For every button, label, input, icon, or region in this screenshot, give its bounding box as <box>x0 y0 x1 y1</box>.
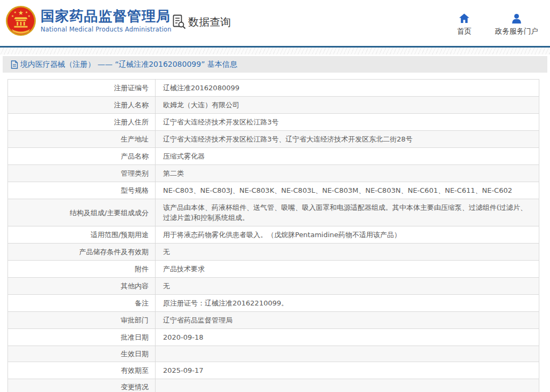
nav-portal[interactable]: 政务服务门户 <box>495 13 538 36</box>
table-row: 附件产品技术要求 <box>8 261 539 278</box>
row-label: 注册证编号 <box>8 80 156 97</box>
table-row: 管理类别第二类 <box>8 165 539 182</box>
table-row: 产品名称压缩式雾化器 <box>8 148 539 165</box>
site-title: 国家药品监督管理局 <box>41 9 172 25</box>
table-row: 审批部门辽宁省药品监督管理局 <box>8 312 539 329</box>
row-label: 审批部门 <box>8 312 156 329</box>
row-value: 无 <box>156 244 539 261</box>
data-query-icon <box>172 14 186 29</box>
row-value: 用于将液态药物雾化供患者吸入。（戊烷脒Pentamidine药物不适用该产品） <box>156 226 539 244</box>
row-label: 备注 <box>8 295 156 312</box>
row-value: 辽宁省药品监督管理局 <box>156 312 539 329</box>
row-value: 原注册证号：辽械注准20162210099。 <box>156 295 539 312</box>
user-icon <box>511 13 522 24</box>
national-emblem-logo: ★ ★ ★ ★ ★ <box>5 5 36 36</box>
row-value: 辽械注准20162080099 <box>156 80 539 97</box>
svg-text:★: ★ <box>18 9 24 17</box>
row-value: 无 <box>156 278 539 295</box>
row-value: 2025-09-17 <box>156 362 539 379</box>
site-header: ★ ★ ★ ★ ★ 国家药品监督管理局 National Medical Pro… <box>0 0 550 46</box>
table-row: 型号规格NE-C803、NE-C803J、NE-C803K、NE-C803L、N… <box>8 182 539 199</box>
nav-portal-label: 政务服务门户 <box>495 27 538 36</box>
site-subtitle: National Medical Products Administration <box>41 26 172 33</box>
table-row: 生产地址辽宁省大连经济技术开发区松江路3号、辽宁省大连经济技术开发区东北二街28… <box>8 131 539 148</box>
row-value: 欧姆龙（大连）有限公司 <box>156 97 539 114</box>
logo-block: ★ ★ ★ ★ ★ 国家药品监督管理局 National Medical Pro… <box>5 5 172 36</box>
stripe-band <box>0 48 550 54</box>
table-row: 注册人住所辽宁省大连经济技术开发区松江路3号 <box>8 114 539 131</box>
row-label: 型号规格 <box>8 182 156 199</box>
row-label: 生产地址 <box>8 131 156 148</box>
table-row: 有效期至2025-09-17 <box>8 362 539 379</box>
home-icon <box>459 13 470 24</box>
document-icon <box>11 60 18 69</box>
row-value <box>156 346 539 362</box>
table-row: 批准日期2020-09-18 <box>8 329 539 346</box>
table-row: 生效日期 <box>8 346 539 362</box>
row-label: 变更情况 <box>8 379 156 392</box>
svg-text:★: ★ <box>28 14 30 18</box>
row-value: 辽宁省大连经济技术开发区松江路3号、辽宁省大连经济技术开发区东北二街28号 <box>156 131 539 148</box>
row-label: 适用范围/预期用途 <box>8 226 156 244</box>
row-value: 第二类 <box>156 165 539 182</box>
breadcrumb: 境内医疗器械（注册） —— “辽械注准20162080099” 基本信息 <box>3 56 547 73</box>
row-label: 管理类别 <box>8 165 156 182</box>
row-label: 其他内容 <box>8 278 156 295</box>
row-value: NE-C803、NE-C803J、NE-C803K、NE-C803L、NE-C8… <box>156 182 539 199</box>
row-value: 该产品由本体、药液杯组件、送气管、吸嘴、吸入面罩和电源适配器组成。其中本体主要由… <box>156 199 539 226</box>
row-value <box>156 379 539 392</box>
row-label: 批准日期 <box>8 329 156 346</box>
svg-text:★: ★ <box>14 11 17 14</box>
row-value: 2020-09-18 <box>156 329 539 346</box>
info-table: 注册证编号辽械注准20162080099注册人名称欧姆龙（大连）有限公司注册人住… <box>7 79 539 392</box>
main-content: 境内医疗器械（注册） —— “辽械注准20162080099” 基本信息 注册证… <box>0 56 550 392</box>
info-table-body: 注册证编号辽械注准20162080099注册人名称欧姆龙（大连）有限公司注册人住… <box>8 80 539 392</box>
row-label: 注册人住所 <box>8 114 156 131</box>
table-row: 注册证编号辽械注准20162080099 <box>8 80 539 97</box>
nav-home[interactable]: 首页 <box>457 13 471 36</box>
data-query-label: 数据查询 <box>188 15 231 29</box>
table-row: 结构及组成/主要组成成分该产品由本体、药液杯组件、送气管、吸嘴、吸入面罩和电源适… <box>8 199 539 226</box>
table-row: 其他内容无 <box>8 278 539 295</box>
page-title: 境内医疗器械（注册） —— “辽械注准20162080099” 基本信息 <box>20 60 237 69</box>
header-nav: 首页 政务服务门户 <box>457 13 538 36</box>
row-label: 有效期至 <box>8 362 156 379</box>
row-label: 结构及组成/主要组成成分 <box>8 199 156 226</box>
row-label: 附件 <box>8 261 156 278</box>
table-row: 注册人名称欧姆龙（大连）有限公司 <box>8 97 539 114</box>
data-query-section[interactable]: 数据查询 <box>172 14 231 29</box>
table-row: 产品储存条件及有效期无 <box>8 244 539 261</box>
nav-home-label: 首页 <box>457 27 471 36</box>
table-row: 适用范围/预期用途用于将液态药物雾化供患者吸入。（戊烷脒Pentamidine药… <box>8 226 539 244</box>
row-value: 压缩式雾化器 <box>156 148 539 165</box>
row-value: 辽宁省大连经济技术开发区松江路3号 <box>156 114 539 131</box>
table-row: 备注原注册证号：辽械注准20162210099。 <box>8 295 539 312</box>
table-row: 变更情况 <box>8 379 539 392</box>
row-label: 注册人名称 <box>8 97 156 114</box>
row-label: 生效日期 <box>8 346 156 362</box>
title-block: 国家药品监督管理局 National Medical Products Admi… <box>41 9 172 33</box>
svg-text:★: ★ <box>25 11 28 14</box>
row-label: 产品名称 <box>8 148 156 165</box>
svg-text:★: ★ <box>11 14 14 18</box>
row-value: 产品技术要求 <box>156 261 539 278</box>
row-label: 产品储存条件及有效期 <box>8 244 156 261</box>
